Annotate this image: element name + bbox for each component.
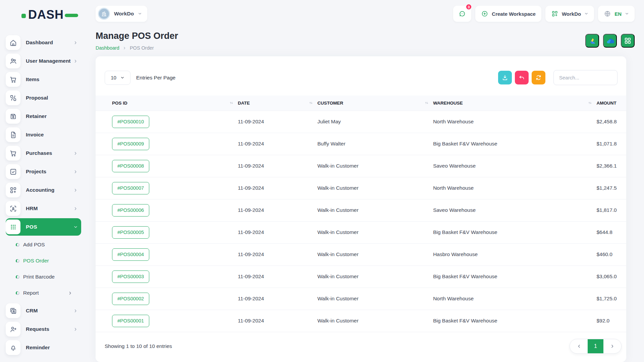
plus-circle-icon	[481, 10, 488, 17]
chevron-right-icon	[68, 291, 72, 295]
pos-id-badge[interactable]: #POS00008	[112, 160, 149, 172]
pos-id-badge[interactable]: #POS00006	[112, 204, 149, 217]
pagination-next-button[interactable]	[603, 339, 621, 353]
app-switcher-label: WorkDo	[562, 11, 581, 17]
sidebar-item-proposal[interactable]: Proposal	[6, 89, 81, 107]
pos-id-badge[interactable]: #POS00003	[112, 270, 149, 283]
workspace-selector[interactable]: WorkDo	[96, 6, 147, 22]
language-selector[interactable]: EN	[598, 6, 635, 22]
table-row: #POS0001011-09-2024Juliet MayNorth Wareh…	[96, 111, 626, 133]
pos-id-cell: #POS00010	[96, 111, 238, 133]
pos-id-badge[interactable]: #POS00001	[112, 315, 149, 327]
messages-button[interactable]: 0	[453, 6, 471, 22]
date-cell: 11-09-2024	[238, 221, 317, 243]
bullet-icon	[16, 243, 19, 247]
sidebar-item-reminder[interactable]: Reminder	[6, 339, 81, 356]
date-cell: 11-09-2024	[238, 310, 317, 332]
column-header-customer[interactable]: CUSTOMER	[317, 96, 433, 111]
chevron-right-icon	[123, 46, 126, 50]
chevron-right-icon	[73, 188, 78, 192]
app-root: DASH DashboardUser ManagementItemsPropos…	[0, 0, 644, 362]
create-workspace-button[interactable]: Create Workspace	[475, 6, 541, 22]
sidebar-subitem-pos-order[interactable]: POS Order	[0, 253, 87, 269]
showing-entries-text: Showing 1 to 10 of 10 entries	[105, 343, 172, 349]
workspace-avatar	[98, 8, 110, 20]
date-cell: 11-09-2024	[238, 133, 317, 155]
breadcrumb: Dashboard POS Order	[96, 45, 178, 51]
sidebar-item-hrm[interactable]: HRM	[6, 200, 81, 217]
sidebar-item-accounting[interactable]: Accounting	[6, 181, 81, 199]
sidebar-item-purchases[interactable]: Purchases	[6, 144, 81, 162]
sidebar-item-dashboard[interactable]: Dashboard	[6, 34, 81, 51]
pagination-page-1[interactable]: 1	[588, 339, 603, 353]
pos-id-badge[interactable]: #POS00002	[112, 293, 149, 305]
sidebar-item-invoice[interactable]: Invoice	[6, 126, 81, 143]
app-logo[interactable]: DASH	[0, 5, 87, 25]
refresh-button[interactable]	[532, 71, 545, 84]
sidebar-item-items[interactable]: Items	[6, 71, 81, 88]
entries-per-page-select[interactable]: 10	[105, 71, 130, 85]
pos-id-badge[interactable]: #POS00009	[112, 138, 149, 150]
grid-2x2-button[interactable]	[621, 34, 635, 48]
chevron-right-icon	[73, 41, 78, 45]
sidebar-item-label: Purchases	[26, 150, 73, 156]
quick-actions	[585, 34, 635, 48]
column-header-label: AMOUNT	[596, 101, 616, 106]
sidebar-subitem-report[interactable]: Report	[0, 285, 87, 301]
logo-text: DASH	[28, 8, 64, 22]
chevron-right-icon	[610, 344, 615, 349]
warehouse-cell: Big Basket F&V Warehouse	[433, 221, 596, 243]
pos-id-badge[interactable]: #POS00004	[112, 248, 149, 261]
column-header-amount[interactable]: AMOUNT	[596, 96, 626, 111]
sidebar-item-label: Dashboard	[26, 40, 73, 46]
sidebar-subitem-label: Add POS	[23, 242, 45, 248]
sidebar-menu: DashboardUser ManagementItemsProposalRet…	[0, 25, 87, 356]
pos-icon	[9, 223, 17, 231]
table-row: #POS0000511-09-2024Walk-in CustomerBig B…	[96, 221, 626, 243]
pos-id-badge[interactable]: #POS00007	[112, 182, 149, 194]
pos-id-badge[interactable]: #POS00005	[112, 226, 149, 239]
sidebar-item-requests[interactable]: Requests	[6, 320, 81, 338]
sidebar-item-retainer[interactable]: Retainer	[6, 108, 81, 125]
pagination-prev-button[interactable]	[570, 339, 588, 353]
accounting-icon	[9, 186, 17, 194]
table-row: #POS0000711-09-2024Walk-in CustomerNorth…	[96, 177, 626, 199]
export-button[interactable]	[498, 71, 512, 84]
google-drive-icon	[588, 37, 596, 45]
sidebar-item-label: HRM	[26, 205, 73, 212]
sort-icon	[424, 101, 429, 105]
sidebar-subitem-add-pos[interactable]: Add POS	[0, 237, 87, 253]
customer-cell: Juliet May	[317, 111, 433, 133]
chevron-down-icon	[120, 76, 124, 80]
chevron-right-icon	[73, 206, 78, 211]
sidebar-subitem-print-barcode[interactable]: Print Barcode	[0, 269, 87, 285]
search-input[interactable]	[553, 70, 618, 85]
entries-per-page-value: 10	[111, 75, 116, 80]
chevron-right-icon	[73, 170, 78, 174]
pos-id-badge[interactable]: #POS00010	[112, 116, 149, 128]
sidebar-item-user-management[interactable]: User Management	[6, 52, 81, 70]
crm-icon	[9, 307, 17, 315]
users-icon	[9, 57, 17, 65]
onedrive-button[interactable]	[603, 34, 617, 48]
customer-cell: Walk-in Customer	[317, 221, 433, 243]
sort-icon	[588, 101, 592, 105]
warehouse-cell: North Warehouse	[433, 288, 596, 310]
amount-cell: $1,817.0	[596, 199, 626, 221]
column-header-warehouse[interactable]: WAREHOUSE	[433, 96, 596, 111]
reset-button[interactable]	[515, 71, 529, 84]
sidebar-item-label: Invoice	[26, 132, 81, 138]
column-header-label: CUSTOMER	[317, 101, 343, 106]
google-drive-button[interactable]	[585, 34, 599, 48]
sidebar-item-pos[interactable]: POS	[6, 218, 81, 236]
main-area: WorkDo 0 Create Workspace WorkDo	[87, 0, 644, 362]
sidebar-item-crm[interactable]: CRM	[6, 302, 81, 319]
column-header-pos-id[interactable]: POS ID	[96, 96, 238, 111]
column-header-date[interactable]: DATE	[238, 96, 317, 111]
app-switcher-button[interactable]: WorkDo	[545, 6, 594, 22]
sidebar-item-projects[interactable]: Projects	[6, 163, 81, 180]
breadcrumb-dashboard-link[interactable]: Dashboard	[96, 45, 119, 51]
sidebar-item-label: CRM	[26, 308, 73, 314]
cart-icon	[9, 149, 17, 157]
amount-cell: $2,458.8	[596, 111, 626, 133]
